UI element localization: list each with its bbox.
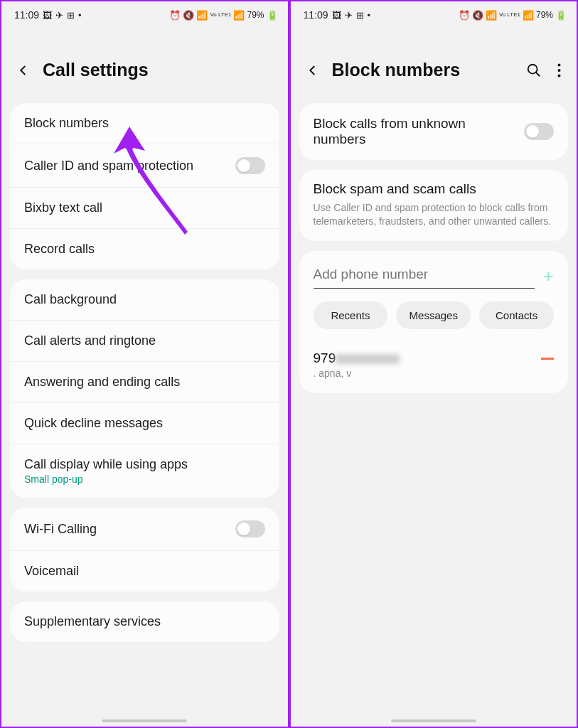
settings-group-1: Block numbers Caller ID and spam protect… bbox=[10, 103, 279, 269]
page-title: Block numbers bbox=[332, 60, 514, 80]
add-phone-input[interactable] bbox=[314, 264, 535, 289]
row-supplementary[interactable]: Supplementary services bbox=[10, 601, 279, 642]
status-bar: 11:09 🖼 ✈ ⊞ • ⏰ 🔇 📶 Vo LTE1 📶 79% 🔋 bbox=[1, 1, 288, 26]
blocked-subtitle: . apna, v bbox=[314, 368, 400, 379]
back-icon[interactable] bbox=[17, 64, 30, 77]
dot-icon: • bbox=[368, 11, 371, 20]
row-label: Block numbers bbox=[24, 116, 265, 131]
add-list-card: + Recents Messages Contacts 979 . apna, … bbox=[299, 251, 569, 393]
settings-group-2: Call background Call alerts and ringtone… bbox=[10, 279, 279, 498]
phone-left: 11:09 🖼 ✈ ⊞ • ⏰ 🔇 📶 Vo LTE1 📶 79% 🔋 Call… bbox=[0, 0, 289, 728]
row-label: Voicemail bbox=[24, 564, 265, 579]
row-label: Quick decline messages bbox=[24, 416, 265, 431]
header-left: Call settings bbox=[1, 26, 288, 103]
row-subtitle: Small pop-up bbox=[24, 473, 265, 485]
section-desc: Use Caller ID and spam protection to blo… bbox=[314, 201, 555, 228]
redacted-blur bbox=[336, 354, 400, 364]
remove-icon[interactable] bbox=[541, 358, 554, 360]
row-voicemail[interactable]: Voicemail bbox=[10, 551, 279, 592]
nav-pill[interactable] bbox=[102, 719, 187, 722]
row-answering-ending[interactable]: Answering and ending calls bbox=[10, 362, 279, 403]
status-bar: 11:09 🖼 ✈ ⊞ • ⏰ 🔇 📶 Vo LTE1 📶 79% 🔋 bbox=[291, 1, 577, 26]
more-icon[interactable] bbox=[557, 63, 561, 77]
chip-recents[interactable]: Recents bbox=[314, 301, 388, 329]
settings-group-4: Supplementary services bbox=[10, 601, 279, 642]
search-icon[interactable] bbox=[526, 63, 542, 78]
toggle-caller-id[interactable] bbox=[235, 157, 265, 174]
chip-contacts[interactable]: Contacts bbox=[479, 301, 554, 329]
nav-pill[interactable] bbox=[391, 719, 476, 722]
wifi-icon: 📶 bbox=[486, 11, 497, 20]
row-wifi-calling[interactable]: Wi-Fi Calling bbox=[10, 508, 279, 551]
row-block-unknown[interactable]: Block calls from unknown numbers bbox=[299, 103, 569, 160]
battery-icon: 🔋 bbox=[267, 11, 278, 20]
alarm-icon: ⏰ bbox=[169, 11, 181, 20]
send-icon: ✈ bbox=[345, 11, 353, 20]
grid-icon: ⊞ bbox=[67, 11, 75, 20]
image-icon: 🖼 bbox=[332, 11, 341, 20]
clock-text: 11:09 bbox=[14, 9, 39, 21]
grid-icon: ⊞ bbox=[356, 11, 364, 20]
svg-point-0 bbox=[528, 64, 537, 73]
volte-text: Vo LTE1 bbox=[499, 12, 520, 18]
row-label: Caller ID and spam protection bbox=[24, 159, 227, 173]
add-plus-icon[interactable]: + bbox=[543, 265, 554, 287]
settings-group-3: Wi-Fi Calling Voicemail bbox=[10, 508, 279, 592]
signal-icon: 📶 bbox=[233, 11, 245, 20]
mute-icon: 🔇 bbox=[472, 11, 483, 20]
dot-icon: • bbox=[78, 11, 82, 20]
clock-text: 11:09 bbox=[304, 9, 328, 21]
row-label: Block calls from unknown numbers bbox=[314, 116, 516, 147]
row-label: Call alerts and ringtone bbox=[24, 333, 265, 348]
section-title: Block spam and scam calls bbox=[314, 181, 555, 197]
block-spam-card[interactable]: Block spam and scam calls Use Caller ID … bbox=[299, 170, 569, 241]
row-record-calls[interactable]: Record calls bbox=[10, 229, 279, 269]
chip-messages[interactable]: Messages bbox=[396, 301, 471, 329]
row-label: Wi-Fi Calling bbox=[24, 522, 227, 537]
signal-icon: 📶 bbox=[523, 11, 534, 20]
battery-text: 79% bbox=[247, 10, 264, 20]
row-decline-messages[interactable]: Quick decline messages bbox=[10, 403, 279, 444]
wifi-icon: 📶 bbox=[196, 11, 208, 20]
header-right: Block numbers bbox=[291, 26, 577, 103]
toggle-wifi-calling[interactable] bbox=[235, 520, 265, 537]
row-block-numbers[interactable]: Block numbers bbox=[10, 103, 279, 144]
alarm-icon: ⏰ bbox=[459, 11, 470, 20]
svg-point-1 bbox=[558, 63, 561, 66]
row-label: Call display while using apps bbox=[24, 457, 265, 472]
row-label: Call background bbox=[24, 292, 265, 307]
battery-text: 79% bbox=[536, 10, 553, 20]
row-label: Answering and ending calls bbox=[24, 375, 265, 390]
blocked-number: 979 bbox=[314, 350, 400, 366]
phone-right: 11:09 🖼 ✈ ⊞ • ⏰ 🔇 📶 Vo LTE1 📶 79% 🔋 Bloc… bbox=[289, 0, 579, 728]
volte-text: Vo LTE1 bbox=[210, 12, 231, 18]
send-icon: ✈ bbox=[55, 11, 63, 20]
toggle-block-unknown[interactable] bbox=[524, 123, 554, 140]
row-label: Record calls bbox=[24, 242, 265, 257]
blocked-entry[interactable]: 979 . apna, v bbox=[299, 342, 569, 393]
page-title: Call settings bbox=[43, 60, 272, 80]
row-caller-id[interactable]: Caller ID and spam protection bbox=[10, 144, 279, 188]
row-bixby[interactable]: Bixby text call bbox=[10, 188, 279, 229]
row-alerts-ringtone[interactable]: Call alerts and ringtone bbox=[10, 321, 279, 362]
block-unknown-card: Block calls from unknown numbers bbox=[299, 103, 569, 160]
source-chips: Recents Messages Contacts bbox=[299, 299, 569, 342]
mute-icon: 🔇 bbox=[183, 11, 194, 20]
svg-point-3 bbox=[558, 74, 561, 77]
add-phone-row: + bbox=[299, 251, 569, 299]
back-icon[interactable] bbox=[306, 64, 319, 77]
row-call-background[interactable]: Call background bbox=[10, 279, 279, 321]
row-label: Supplementary services bbox=[24, 614, 265, 629]
svg-point-2 bbox=[558, 69, 561, 72]
row-call-display[interactable]: Call display while using apps Small pop-… bbox=[10, 444, 279, 498]
image-icon: 🖼 bbox=[43, 11, 52, 20]
battery-icon: 🔋 bbox=[555, 11, 567, 20]
row-label: Bixby text call bbox=[24, 200, 265, 215]
